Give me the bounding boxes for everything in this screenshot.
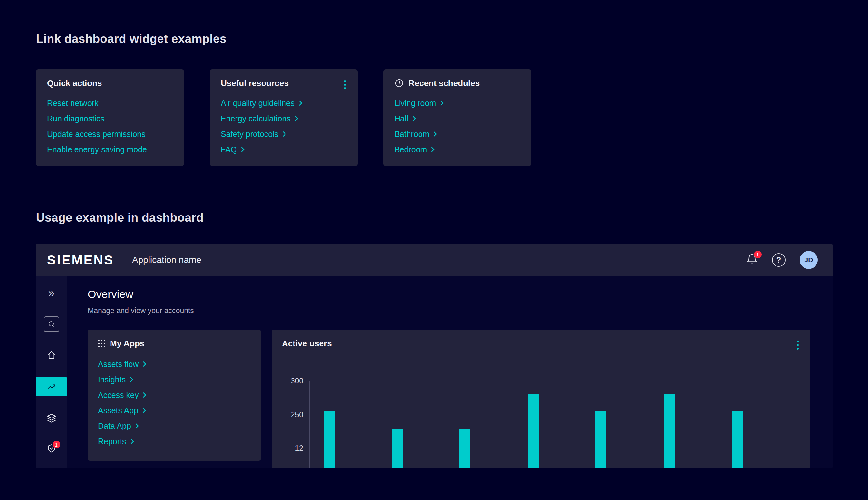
notifications-button[interactable]: 1 (746, 253, 758, 266)
link-label: Living room (395, 98, 436, 109)
card-title-row: My Apps (98, 339, 251, 348)
chevron-right-icon (142, 392, 146, 398)
link-insights[interactable]: Insights (98, 374, 133, 385)
link-label: Bedroom (395, 144, 427, 155)
usage-section-title: Usage example in dashboard (36, 211, 868, 225)
link-bathroom[interactable]: Bathroom (395, 128, 437, 139)
page-title: Overview (88, 288, 833, 300)
link-label: Run diagnostics (47, 113, 104, 124)
sidebar-item-layers[interactable] (36, 409, 67, 427)
security-badge: 1 (53, 441, 60, 448)
chart-bar (459, 430, 470, 468)
link-label: Bathroom (395, 128, 429, 139)
chart-bar (324, 411, 335, 469)
card-title-row: Quick actions (47, 78, 173, 88)
chevron-right-icon (135, 423, 139, 429)
home-icon (47, 350, 56, 360)
my-apps-title: My Apps (110, 339, 144, 348)
page-subtitle: Manage and view your accounts (88, 306, 833, 315)
chevron-right-icon (412, 116, 416, 122)
page: Link dashboard widget examples Quick act… (0, 0, 868, 468)
dashboard-mock: SIEMENS Application name 1 ? JD » (36, 244, 833, 468)
card-title-row: Recent schedules (395, 78, 520, 88)
link-label: Insights (98, 374, 126, 385)
sidebar-item-home[interactable] (36, 346, 67, 364)
link-label: Access key (98, 389, 139, 400)
application-name: Application name (132, 255, 201, 265)
recent-schedules-card: Recent schedules Living room Hall Bathro… (384, 69, 531, 166)
link-label: Enable energy saving mode (47, 144, 147, 155)
chevron-right-icon (433, 131, 437, 137)
link-reports[interactable]: Reports (98, 436, 134, 447)
link-energy-calculations[interactable]: Energy calculations (221, 113, 298, 124)
double-chevron-right-icon: » (48, 287, 55, 299)
link-living-room[interactable]: Living room (395, 98, 444, 109)
link-data-app[interactable]: Data App (98, 420, 139, 431)
chevron-right-icon (295, 116, 298, 122)
search-icon (48, 320, 55, 328)
help-icon[interactable]: ? (772, 253, 786, 267)
useful-resources-title: Useful resources (221, 78, 289, 88)
gridline (309, 448, 787, 448)
link-bedroom[interactable]: Bedroom (395, 144, 435, 155)
recent-schedules-links: Living room Hall Bathroom Bedroom (395, 98, 520, 155)
chevron-right-icon (440, 100, 444, 106)
link-reset-network[interactable]: Reset network (47, 98, 99, 109)
link-assets-app[interactable]: Assets App (98, 405, 146, 416)
siemens-logo: SIEMENS (47, 253, 114, 268)
kebab-menu-icon[interactable] (343, 79, 347, 91)
gridline (309, 414, 787, 415)
recent-schedules-title: Recent schedules (409, 78, 480, 88)
gridline (309, 381, 787, 381)
notification-badge: 1 (754, 251, 762, 258)
link-enable-energy-saving[interactable]: Enable energy saving mode (47, 144, 147, 155)
chart-bar (595, 411, 606, 469)
content-row: My Apps Assets flow Insights Access key … (88, 330, 833, 468)
active-users-card: Active users 30025012 (272, 330, 810, 468)
link-hall[interactable]: Hall (395, 113, 416, 124)
chevron-right-icon (241, 147, 244, 152)
app-header: SIEMENS Application name 1 ? JD (36, 244, 833, 276)
link-label: Air quality guidelines (221, 98, 295, 109)
main-content: Overview Manage and view your accounts M… (67, 276, 833, 468)
app-body: » 1 (36, 276, 833, 468)
chevron-right-icon (129, 377, 133, 383)
link-label: Energy calculations (221, 113, 290, 124)
active-users-plot: 30025012 (272, 330, 810, 468)
chevron-right-icon (130, 439, 134, 444)
quick-actions-card: Quick actions Reset network Run diagnost… (36, 69, 184, 166)
useful-resources-card: Useful resources Air quality guidelines … (210, 69, 358, 166)
y-axis-tick-label: 300 (272, 377, 303, 385)
link-assets-flow[interactable]: Assets flow (98, 359, 146, 370)
link-label: Reset network (47, 98, 99, 109)
chevron-right-icon (298, 100, 302, 106)
link-air-quality-guidelines[interactable]: Air quality guidelines (221, 98, 302, 109)
search-tile (44, 316, 59, 332)
link-safety-protocols[interactable]: Safety protocols (221, 128, 286, 139)
link-label: Assets App (98, 405, 138, 416)
link-label: Hall (395, 113, 408, 124)
link-update-access-permissions[interactable]: Update access permissions (47, 128, 146, 139)
sidebar-nav: » 1 (36, 276, 67, 468)
link-access-key[interactable]: Access key (98, 389, 146, 400)
link-run-diagnostics[interactable]: Run diagnostics (47, 113, 104, 124)
chevron-right-icon (431, 147, 435, 152)
widget-examples-row: Quick actions Reset network Run diagnost… (36, 69, 868, 166)
chart-bar (732, 411, 743, 469)
sidebar-expand-button[interactable]: » (36, 284, 67, 302)
sidebar-item-search[interactable] (36, 315, 67, 333)
widgets-section-title: Link dashboard widget examples (36, 32, 868, 46)
sidebar-item-analytics[interactable] (36, 377, 67, 396)
link-label: Safety protocols (221, 128, 278, 139)
layers-icon (47, 413, 56, 423)
link-label: Data App (98, 420, 131, 431)
sidebar-item-security[interactable]: 1 (36, 440, 67, 458)
link-label: Update access permissions (47, 128, 146, 139)
avatar[interactable]: JD (800, 251, 818, 269)
link-faq[interactable]: FAQ (221, 144, 244, 155)
useful-resources-links: Air quality guidelines Energy calculatio… (221, 98, 347, 155)
y-axis-tick-label: 12 (272, 444, 303, 453)
link-label: Assets flow (98, 359, 139, 370)
chevron-right-icon (142, 408, 146, 413)
line-chart-icon (47, 382, 56, 391)
